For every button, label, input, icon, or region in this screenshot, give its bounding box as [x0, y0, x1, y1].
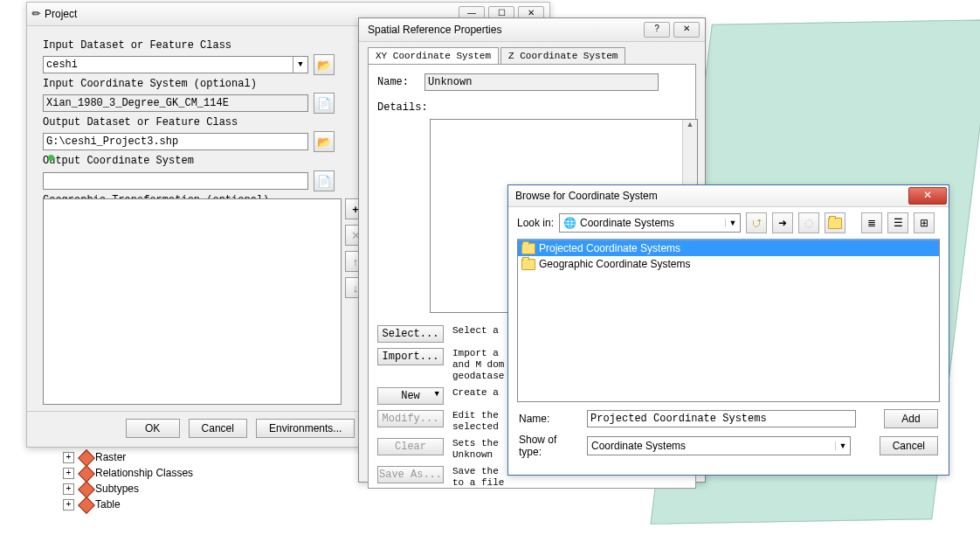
tree-expand[interactable]: +	[63, 452, 74, 463]
browse-button[interactable]: 📂	[314, 54, 335, 75]
file-list[interactable]: Projected Coordinate Systems Geographic …	[517, 239, 940, 402]
type-label: Show of type:	[519, 434, 580, 458]
select-desc: Select a	[452, 325, 499, 337]
properties-button[interactable]: 📄	[314, 93, 335, 114]
chevron-down-icon: ▼	[435, 390, 439, 399]
item-label: Geographic Coordinate Systems	[539, 258, 690, 270]
window-title: Browse for Coordinate System	[515, 190, 658, 202]
chevron-down-icon[interactable]: ▼	[835, 441, 850, 450]
properties-button[interactable]: 📄	[314, 170, 335, 191]
window-title: Spatial Reference Properties	[364, 24, 644, 36]
up-folder-button[interactable]: ⮍	[746, 212, 767, 233]
help-button[interactable]: ?	[644, 22, 670, 38]
details-view-button[interactable]: ☰	[887, 212, 908, 233]
import-button[interactable]: Import...	[377, 348, 444, 365]
modify-desc: Edit the selected	[452, 410, 499, 433]
browse-dialog: Browse for Coordinate System ✕ Look in: …	[507, 184, 949, 476]
ok-button[interactable]: OK	[126, 419, 180, 438]
lookin-label: Look in:	[517, 217, 554, 229]
new-button[interactable]: New▼	[377, 387, 444, 405]
name-field: Unknown	[424, 73, 659, 91]
lookin-value: Coordinate Systems	[580, 217, 725, 229]
catalog-tree: +Raster +Relationship Classes +Subtypes …	[63, 449, 193, 512]
required-indicator	[48, 155, 54, 161]
chevron-down-icon[interactable]: ▼	[293, 57, 307, 73]
close-button[interactable]: ✕	[908, 187, 947, 205]
tab-z[interactable]: Z Coordinate System	[500, 47, 625, 64]
cancel-button[interactable]: Cancel	[880, 436, 938, 455]
folder-icon	[521, 243, 535, 254]
list-view-button[interactable]: ≣	[861, 212, 882, 233]
output-cs-field[interactable]	[43, 172, 308, 190]
name-label: Name:	[377, 76, 409, 88]
toolset-icon	[79, 483, 92, 495]
input-dataset-value: ceshi	[46, 59, 78, 71]
clear-button[interactable]: Clear	[377, 438, 444, 455]
browse-button[interactable]: 📂	[314, 131, 335, 152]
tree-label[interactable]: Raster	[95, 449, 126, 465]
name-label: Name:	[519, 413, 580, 425]
icons-view-button[interactable]: ⊞	[914, 212, 935, 233]
name-field[interactable]: Projected Coordinate Systems	[587, 410, 856, 427]
tree-label[interactable]: Table	[95, 497, 121, 512]
environments-button[interactable]: Environments...	[256, 419, 355, 438]
clear-desc: Sets the Unknown	[452, 438, 499, 461]
tab-xy[interactable]: XY Coordinate System	[368, 47, 499, 64]
type-dropdown[interactable]: Coordinate Systems ▼	[587, 436, 851, 455]
details-label: Details:	[377, 101, 687, 114]
tree-expand[interactable]: +	[63, 499, 74, 511]
folder-icon	[521, 259, 535, 270]
titlebar[interactable]: Spatial Reference Properties ? ✕	[359, 18, 705, 42]
titlebar[interactable]: Browse for Coordinate System ✕	[508, 185, 949, 207]
input-cs-field: Xian_1980_3_Degree_GK_CM_114E	[43, 94, 308, 112]
new-label: New	[401, 390, 420, 402]
chevron-down-icon[interactable]: ▼	[725, 219, 740, 227]
add-button[interactable]: Add	[884, 409, 938, 428]
new-folder-button[interactable]	[825, 212, 845, 233]
import-desc: Import a and M dom geodatase	[452, 348, 504, 382]
disconnect-button[interactable]: ◌	[798, 212, 819, 233]
list-item-projected[interactable]: Projected Coordinate Systems	[518, 240, 939, 256]
new-desc: Create a	[452, 387, 499, 399]
tree-label[interactable]: Relationship Classes	[95, 465, 193, 481]
list-item-geographic[interactable]: Geographic Coordinate Systems	[518, 256, 939, 272]
tree-label[interactable]: Subtypes	[95, 481, 139, 497]
modify-button[interactable]: Modify...	[377, 410, 444, 427]
saveas-button[interactable]: Save As...	[377, 466, 444, 483]
transformations-list[interactable]	[43, 198, 342, 405]
item-label: Projected Coordinate Systems	[539, 242, 680, 254]
input-dataset-combo[interactable]: ceshi ▼	[43, 56, 308, 73]
lookin-dropdown[interactable]: 🌐 Coordinate Systems ▼	[559, 213, 741, 233]
close-button[interactable]: ✕	[673, 22, 700, 38]
tree-expand[interactable]: +	[63, 468, 74, 479]
saveas-desc: Save the to a file	[452, 466, 504, 489]
cancel-button[interactable]: Cancel	[189, 419, 247, 438]
select-button[interactable]: Select...	[377, 325, 444, 343]
toolset-icon	[79, 467, 92, 479]
toolset-icon	[79, 498, 92, 511]
connect-button[interactable]: ➜	[772, 212, 793, 233]
toolset-icon	[79, 451, 92, 463]
type-value: Coordinate Systems	[588, 440, 835, 452]
output-dataset-field[interactable]: G:\ceshi_Project3.shp	[43, 133, 308, 150]
tree-expand[interactable]: +	[63, 483, 74, 495]
